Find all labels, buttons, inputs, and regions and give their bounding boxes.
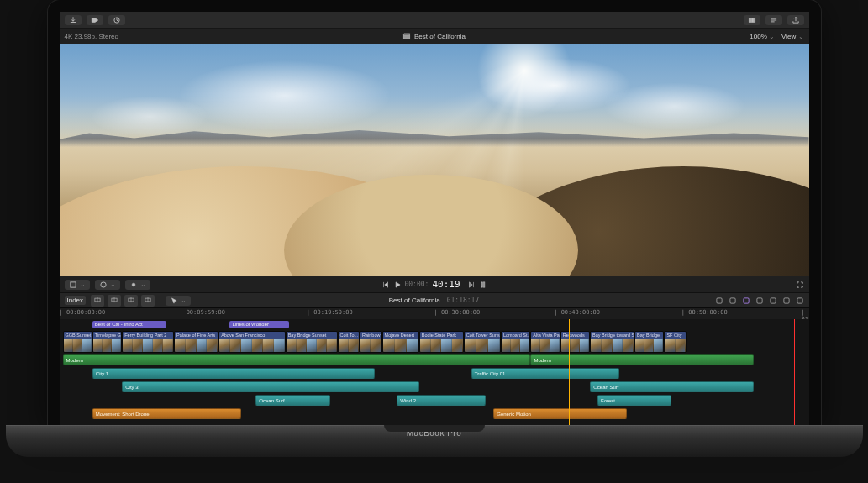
svg-rect-18 xyxy=(770,297,775,302)
video-clip[interactable]: Palace of Fine Arts xyxy=(174,331,218,353)
overwrite-clip-button[interactable] xyxy=(141,295,155,307)
primary-storyline[interactable]: GGB Sunset Timelapse GGB Ferry Building … xyxy=(63,331,806,353)
time-ruler[interactable]: | 00:00:00:00| 00:09:59:00| 00:19:59:00|… xyxy=(60,307,809,319)
select-tool[interactable]: ⌄ xyxy=(166,296,191,306)
clip-label: Rainbow xyxy=(360,332,381,339)
ruler-label: | 00:40:00:00 xyxy=(554,309,600,316)
audio-clip[interactable]: Wind 2 xyxy=(397,395,486,406)
clip-thumbnails xyxy=(665,339,686,352)
audio-skimming-icon[interactable] xyxy=(729,297,737,305)
scale-dropdown[interactable]: ⌄ xyxy=(65,280,90,290)
clip-label: Above San Francisco xyxy=(219,332,285,339)
insert-clip-button[interactable] xyxy=(108,295,121,307)
share-button[interactable] xyxy=(787,15,804,25)
music-lane[interactable]: ModernModern xyxy=(63,354,806,366)
snapping-icon[interactable] xyxy=(755,297,764,305)
connect-clip-button[interactable] xyxy=(91,295,104,307)
titles-browser-icon[interactable] xyxy=(796,297,804,305)
music-clip[interactable]: Modern xyxy=(530,354,753,365)
marker-lane: Best of Cal - Intro ActLines of Wonder xyxy=(63,321,806,329)
generator-lane[interactable]: Movement: Short DroneGeneric Motion xyxy=(63,408,806,420)
video-clip[interactable]: Bodie State Park xyxy=(419,331,464,353)
video-clip[interactable]: Lombard St... xyxy=(501,331,530,353)
index-button[interactable]: Index xyxy=(65,296,87,305)
clip-label: Alta Vista Park xyxy=(531,332,559,339)
clip-label: Ferry Building Part 2 xyxy=(123,332,173,339)
skimmer[interactable] xyxy=(794,319,795,425)
audio-clip[interactable]: City 1 xyxy=(92,368,375,379)
svg-rect-17 xyxy=(756,297,761,302)
playhead[interactable] xyxy=(569,319,570,425)
clip-label: Redwoods xyxy=(561,332,589,339)
video-clip[interactable]: Coit Tower Sunset xyxy=(464,331,501,353)
play-icon[interactable] xyxy=(392,281,401,289)
video-clip[interactable]: Coit To... xyxy=(338,331,360,353)
svg-rect-15 xyxy=(729,297,734,302)
video-clip[interactable]: Timelapse GGB xyxy=(92,331,122,353)
chapter-marker[interactable]: Lines of Wonder xyxy=(229,321,289,328)
effects-dropdown[interactable]: ⌄ xyxy=(125,280,150,290)
append-clip-button[interactable] xyxy=(124,295,138,307)
video-clip[interactable]: Bay Bridge Sunset xyxy=(286,331,338,353)
skimming-icon[interactable] xyxy=(715,297,723,305)
clip-thumbnails xyxy=(175,339,218,352)
svg-rect-2 xyxy=(751,18,754,22)
timecode-main: 40:19 xyxy=(432,279,460,290)
skip-back-icon[interactable] xyxy=(381,281,389,289)
video-clip[interactable]: GGB Sunset xyxy=(63,331,92,353)
video-clip[interactable]: Mojave Desert xyxy=(382,331,419,353)
effects-browser-icon[interactable] xyxy=(769,297,777,305)
inspector-button[interactable] xyxy=(765,15,782,25)
clip-thumbnails xyxy=(360,339,381,352)
clip-label: Coit To... xyxy=(339,332,360,339)
audio-lane-1[interactable]: City 1Traffic City 01 xyxy=(63,368,806,380)
keyword-icon xyxy=(91,16,99,24)
clip-appearance-dropdown[interactable]: ⌄ xyxy=(95,280,120,290)
timeline[interactable]: Best of Cal - Intro ActLines of Wonder G… xyxy=(60,319,809,425)
fullscreen-icon[interactable] xyxy=(796,281,804,289)
audio-clip[interactable]: Ocean Surf xyxy=(590,381,753,392)
timecode-prefix: 00:00: xyxy=(404,281,429,288)
audio-clip[interactable]: Ocean Surf xyxy=(255,395,329,406)
zoom-dropdown[interactable]: 100% ⌄ xyxy=(750,33,775,40)
video-clip[interactable]: Above San Francisco xyxy=(218,331,286,353)
video-clip[interactable]: Bay Bridge toward SF xyxy=(590,331,634,353)
laptop-base: MacBook Pro xyxy=(6,425,863,457)
clip-thumbnails xyxy=(287,339,337,352)
viewer-canvas[interactable] xyxy=(60,44,809,276)
loop-icon[interactable] xyxy=(479,281,487,289)
music-clip[interactable]: Modern xyxy=(63,354,531,365)
video-clip[interactable]: Redwoods xyxy=(560,331,590,353)
audio-clip[interactable]: City 3 xyxy=(122,381,419,392)
video-clip[interactable]: Alta Vista Park xyxy=(530,331,560,353)
video-clip[interactable]: Ferry Building Part 2 xyxy=(122,331,174,353)
generator-clip[interactable]: Generic Motion xyxy=(493,408,627,419)
effects-icon xyxy=(129,281,138,289)
svg-rect-20 xyxy=(797,297,802,302)
video-clip[interactable]: Rainbow xyxy=(360,331,382,353)
audio-lane-2[interactable]: City 3Ocean Surf xyxy=(63,381,806,393)
clip-thumbnails xyxy=(531,339,559,352)
ruler-label: | 00:50:00:00 xyxy=(681,309,728,316)
generator-clip[interactable]: Movement: Short Drone xyxy=(92,408,241,419)
video-clip[interactable]: SF City xyxy=(664,331,687,353)
audio-clip[interactable]: Forest xyxy=(597,395,671,406)
background-tasks-button[interactable] xyxy=(108,15,125,25)
view-dropdown[interactable]: View ⌄ xyxy=(781,33,803,40)
ruler-label: | 00:00:00:00 xyxy=(60,309,106,316)
app-window: 4K 23.98p, Stereo Best of California 100… xyxy=(60,12,809,425)
skip-forward-icon[interactable] xyxy=(467,281,476,289)
transitions-browser-icon[interactable] xyxy=(782,297,791,305)
import-button[interactable] xyxy=(65,15,82,25)
color-inspector-button[interactable] xyxy=(744,15,760,25)
audio-lane-3[interactable]: Ocean SurfWind 2Forest xyxy=(63,395,806,407)
ruler-label: | 00:30:00:00 xyxy=(434,309,481,316)
solo-icon[interactable] xyxy=(742,297,750,305)
keyword-button[interactable] xyxy=(87,15,103,25)
clip-label: Coit Tower Sunset xyxy=(465,332,500,339)
chapter-marker[interactable]: Best of Cal - Intro Act xyxy=(92,321,166,328)
svg-rect-19 xyxy=(783,297,788,302)
video-clip[interactable]: Bay Bridge xyxy=(634,331,664,353)
clip-label: Mojave Desert xyxy=(383,332,418,339)
audio-clip[interactable]: Traffic City 01 xyxy=(471,368,620,379)
